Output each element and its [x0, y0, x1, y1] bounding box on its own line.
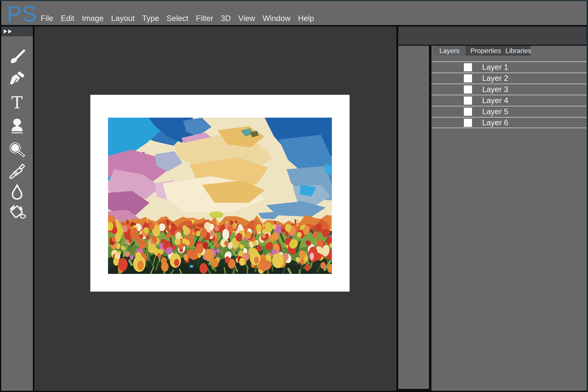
double-right-arrows-icon	[4, 30, 7, 34]
visibility-checkbox[interactable]	[464, 96, 472, 105]
menu-bar: PS File Edit Image Layout Type Select Fi…	[1, 1, 587, 25]
layers-panel: Layers Properties Libraries Layer 1 Laye…	[431, 46, 587, 391]
menu-3d[interactable]: 3D	[221, 14, 231, 23]
water-drop-icon	[7, 183, 27, 202]
layer-row[interactable]: Layer 6	[431, 117, 587, 128]
layer-row[interactable]: Layer 4	[431, 95, 587, 106]
menu-window[interactable]: Window	[263, 14, 290, 23]
layer-row[interactable]: Layer 1	[431, 62, 587, 72]
menu-select[interactable]: Select	[167, 14, 188, 23]
tab-properties[interactable]: Properties	[465, 46, 506, 56]
type-icon: T	[7, 92, 27, 112]
menu-file[interactable]: File	[41, 14, 53, 23]
visibility-checkbox[interactable]	[464, 86, 472, 94]
tulip-field-painting	[108, 118, 332, 274]
layer-row[interactable]: Layer 3	[431, 84, 587, 95]
magnifier-icon	[7, 140, 27, 160]
paint-bucket-icon	[7, 202, 27, 221]
menu-items: File Edit Image Layout Type Select Filte…	[1, 1, 587, 25]
layer-label: Layer 5	[482, 106, 508, 117]
type-tool-button[interactable]: T	[7, 92, 27, 112]
panel-tabs: Layers Properties Libraries	[433, 46, 530, 56]
double-right-arrows-icon	[8, 30, 12, 34]
toolbar-expand-button[interactable]	[1, 26, 33, 36]
eyedropper-icon	[7, 161, 27, 181]
layer-label: Layer 2	[482, 73, 508, 84]
layer-row[interactable]: Layer 2	[431, 72, 587, 84]
layer-label: Layer 1	[482, 62, 508, 72]
window-top-accent	[0, 0, 588, 0]
menu-layout[interactable]: Layout	[111, 14, 135, 23]
pen-tool-button[interactable]	[7, 68, 27, 87]
collapsed-dock-column	[398, 46, 429, 389]
tool-sidebar: T	[1, 26, 33, 391]
canvas-workspace	[35, 26, 396, 391]
menu-view[interactable]: View	[238, 14, 255, 23]
paint-bucket-tool-button[interactable]	[7, 202, 27, 221]
layer-label: Layer 4	[482, 95, 508, 106]
svg-text:T: T	[12, 93, 23, 112]
pen-icon	[7, 68, 27, 87]
menu-type[interactable]: Type	[142, 14, 159, 23]
blur-tool-button[interactable]	[7, 183, 27, 202]
visibility-checkbox[interactable]	[464, 108, 472, 116]
menu-image[interactable]: Image	[82, 14, 104, 23]
tab-layers[interactable]: Layers	[433, 46, 465, 56]
artboard[interactable]	[90, 95, 350, 292]
painting-image[interactable]	[108, 118, 332, 274]
menu-help[interactable]: Help	[298, 14, 314, 23]
visibility-checkbox[interactable]	[464, 119, 472, 127]
layer-label: Layer 3	[482, 84, 508, 95]
visibility-checkbox[interactable]	[464, 74, 472, 82]
visibility-checkbox[interactable]	[464, 63, 472, 71]
layer-label: Layer 6	[482, 118, 508, 128]
panel-header-well	[398, 26, 587, 45]
brush-icon	[7, 46, 27, 66]
eyedropper-tool-button[interactable]	[7, 161, 27, 181]
tab-libraries[interactable]: Libraries	[506, 46, 530, 56]
clone-stamp-tool-button[interactable]	[7, 116, 27, 136]
brush-tool-button[interactable]	[7, 46, 27, 66]
layer-list: Layer 1 Layer 2 Layer 3 Layer 4 Layer 5 …	[431, 62, 587, 128]
menu-edit[interactable]: Edit	[61, 14, 74, 23]
menu-filter[interactable]: Filter	[196, 14, 213, 23]
clone-stamp-icon	[7, 116, 27, 136]
layer-row[interactable]: Layer 5	[431, 106, 587, 117]
zoom-tool-button[interactable]	[7, 140, 27, 160]
